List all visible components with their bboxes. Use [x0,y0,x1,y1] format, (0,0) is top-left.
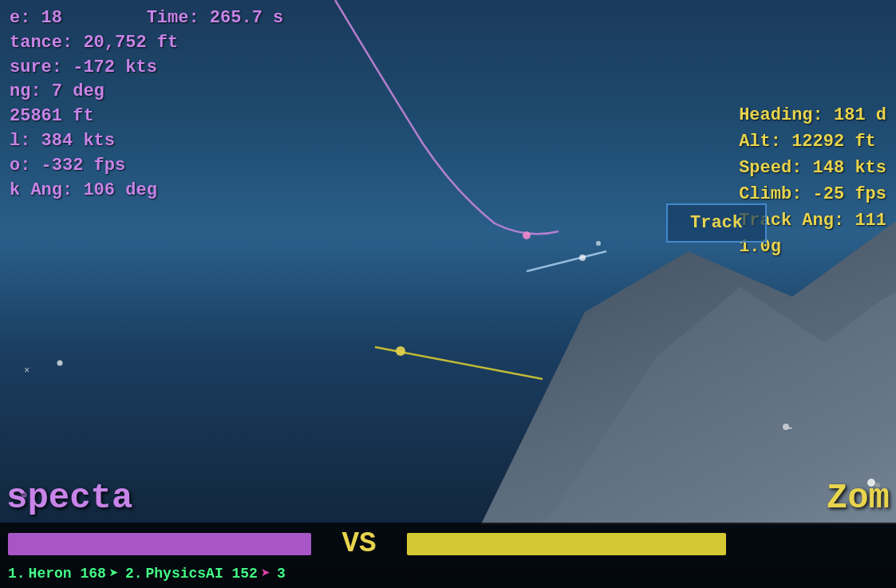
track-button[interactable]: Track [666,203,767,243]
game-viewport: × - e: 18 Time: 265.7 s tance: 20,752 ft… [0,0,896,588]
vs-label: VS [311,527,407,560]
health-bar-left [8,533,311,555]
pilot-1-name: Heron 168 [29,566,106,582]
pilot-3-num: 3 [277,566,286,582]
pressure-line: sure: -172 kts [10,56,283,81]
track-ang-label: k Ang: 106 deg [10,180,157,200]
climb-line: o: -332 fps [10,154,283,179]
pilot-1-num: 1. [8,566,26,582]
pilot-2-arrow: ➤ [261,563,270,583]
time-label: Time: 265.7 s [147,8,284,28]
pilot-2-num: 2. [125,566,143,582]
alt-line: 25861 ft [10,105,283,129]
pressure-label: sure: -172 kts [10,57,157,77]
right-heading-label: Heading: 181 d [739,105,886,125]
pilot-1: 1. Heron 168 ➤ [8,563,119,583]
right-heading-line: Heading: 181 d [739,102,886,128]
pilot-3: 3 [277,566,286,582]
angle-label: ng: 7 deg [10,81,105,101]
team-right-label: Zom [827,478,896,518]
pilot-1-arrow: ➤ [109,563,119,583]
speed-label: l: 384 kts [10,131,115,151]
team-left-label: specta [0,478,132,518]
climb-label: o: -332 fps [10,156,125,176]
pilot-2: 2. PhysicsAI 152 ➤ [125,563,270,583]
distance-line: tance: 20,752 ft [10,31,283,56]
right-alt-line: Alt: 12292 ft [739,128,886,155]
right-speed-label: Speed: 148 kts [739,158,886,178]
right-alt-label: Alt: 12292 ft [739,132,876,152]
track-button-container[interactable]: Track [666,203,767,243]
track-ang-line: k Ang: 106 deg [10,179,283,203]
right-climb-label: Climb: -25 fps [739,184,886,204]
speed-line: l: 384 kts [10,129,283,154]
frame-time-line: e: 18 Time: 265.7 s [10,6,283,31]
right-speed-line: Speed: 148 kts [739,155,886,181]
alt-label: 25861 ft [10,106,94,126]
health-bar-right [407,533,726,555]
bottom-hud-bar: VS 1. Heron 168 ➤ 2. PhysicsAI 152 ➤ 3 [0,523,896,588]
angle-line: ng: 7 deg [10,80,283,105]
pilot-2-name: PhysicsAI 152 [145,566,257,582]
frame-label: e: 18 [10,8,62,28]
hud-left-panel: e: 18 Time: 265.7 s tance: 20,752 ft sur… [0,0,293,209]
distance-label: tance: 20,752 ft [10,33,178,53]
